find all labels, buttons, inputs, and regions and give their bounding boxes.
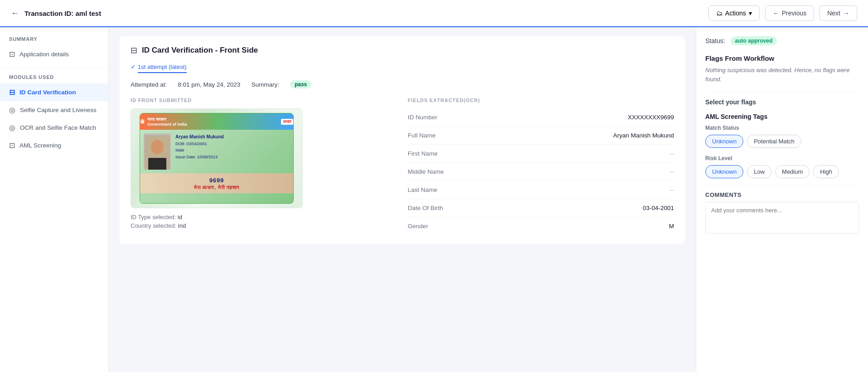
back-icon[interactable]: ← [11,9,19,18]
topbar-left: ← Transaction ID: aml test [11,9,101,18]
sidebar-label-id-card: ID Card Verification [19,89,76,96]
id-gender: Male [175,147,224,153]
aml-title: AML Screening Tags [705,113,859,120]
content-inner: ⊟ ID Card Verification - Front Side ✓1st… [109,27,696,260]
sidebar-item-application-details[interactable]: ⊡ Application details [0,45,108,63]
field-label: First Name [408,150,438,157]
sidebar-label-selfie: Selfie Capture and Liveness [20,107,97,113]
sidebar-item-id-card-verification[interactable]: ⊟ ID Card Verification [0,83,108,101]
summary-section-label: SUMMARY [0,36,108,45]
field-label: Date Of Birth [408,205,443,211]
sidebar: SUMMARY ⊡ Application details MODULES US… [0,27,109,372]
field-value: XXXXXXXX9699 [628,114,674,121]
country-value: ind [178,222,186,229]
right-panel: Status: auto approved Flags From Workflo… [696,27,868,372]
id-type-value: id [178,214,182,220]
match-tag-potential-match[interactable]: Potential Match [747,135,801,148]
table-row: Date Of Birth03-04-2001 [408,199,674,217]
sidebar-label-aml: AML Screening [19,142,61,149]
attempted-at-value: 8:01 pm, May 24, 2023 [178,81,240,88]
table-row: First Name-- [408,145,674,163]
match-status-label: Match Status [705,125,859,131]
svg-point-1 [151,140,164,154]
aml-icon: ⊡ [9,141,15,150]
field-value: Aryan Manish Mukund [613,132,674,139]
gov-hindi: भारत सरकार [147,117,187,122]
sidebar-item-aml-screening[interactable]: ⊡ AML Screening [0,137,108,154]
two-col-layout: ID FRONT SUBMITTED 🏛 भारत सरकार Governme… [131,98,674,235]
id-card-visual: 🏛 भारत सरकार Government of India आधार [140,113,294,204]
id-image: 🏛 भारत सरकार Government of India आधार [131,108,303,208]
risk-level-label: Risk Level [705,155,859,162]
sidebar-item-ocr-selfie[interactable]: ◎ OCR and Selfie Face Match [0,119,108,137]
meta-row: Attempted at: 8:01 pm, May 24, 2023 Summ… [131,80,674,88]
card-header: ⊟ ID Card Verification - Front Side [131,45,674,55]
sidebar-label-ocr: OCR and Selfie Face Match [20,124,96,131]
sidebar-item-selfie-capture[interactable]: ◎ Selfie Capture and Liveness [0,101,108,119]
id-image-block: ID FRONT SUBMITTED 🏛 भारत सरकार Governme… [131,98,397,235]
attempt-tab[interactable]: ✓1st attempt (latest) [131,62,674,80]
table-row: Full NameAryan Manish Mukund [408,127,674,145]
id-card-icon: ⊟ [9,88,15,97]
main-layout: SUMMARY ⊡ Application details MODULES US… [0,27,868,372]
id-name: Aryan Manish Mukund [175,133,224,141]
select-flags-title: Select your flags [705,98,859,106]
country-label: Country selected: [131,222,176,229]
id-slogan: मेरा आधार, मेरी पहचान [144,185,290,191]
next-label: Next [827,10,840,17]
actions-folder-icon: 🗂 [716,10,723,17]
risk-tag-low[interactable]: Low [747,165,771,178]
table-row: GenderM [408,217,674,235]
attempt-label[interactable]: 1st attempt (latest) [138,62,187,73]
id-bottom: 9699 मेरा आधार, मेरी पहचान [140,173,293,193]
summary-badge: pass [290,80,311,88]
field-label: Gender [408,223,428,230]
check-icon: ✓ [131,63,136,70]
id-dob: DOB: 03/04/2001 [175,141,224,147]
table-row: Last Name-- [408,181,674,199]
fields-list: ID NumberXXXXXXXX9699Full NameAryan Mani… [408,108,674,235]
country-row: Country selected: ind [131,222,397,229]
field-value: 03-04-2001 [643,205,674,211]
field-value: -- [670,150,674,157]
risk-tags-row: UnknownLowMediumHigh [705,165,859,178]
field-label: Last Name [408,186,437,193]
id-card-top: 🏛 भारत सरकार Government of India आधार [140,113,293,130]
card-title: ID Card Verification - Front Side [142,46,258,55]
table-row: ID NumberXXXXXXXX9699 [408,108,674,127]
gov-en: Government of India [147,122,187,127]
previous-button[interactable]: ← Previous [765,5,814,21]
next-button[interactable]: Next → [820,5,857,21]
comments-label: COMMENTS [705,191,859,198]
actions-label: Actions [725,10,746,17]
topbar-right: 🗂 Actions ▾ ← Previous Next → [708,5,857,21]
svg-rect-2 [148,158,166,170]
status-row: Status: auto approved [705,36,859,45]
topbar: ← Transaction ID: aml test 🗂 Actions ▾ ←… [0,0,868,27]
status-label: Status: [705,37,725,44]
id-type-label: ID Type selected: [131,214,176,220]
content-area: ⊟ ID Card Verification - Front Side ✓1st… [109,27,696,372]
selfie-icon: ◎ [9,106,15,114]
emblem-icon: 🏛 [140,119,145,124]
fields-label: FIELDS EXTRACTED(OCR) [408,98,674,103]
risk-tag-medium[interactable]: Medium [775,165,810,178]
id-info: Aryan Manish Mukund DOB: 03/04/2001 Male… [175,133,224,170]
field-value: -- [670,168,674,175]
application-details-icon: ⊡ [9,50,15,59]
match-tags-row: UnknownPotential Match [705,135,859,148]
summary-label: Summary: [251,81,279,88]
page-title: Transaction ID: aml test [24,10,101,17]
id-card-verification-card: ⊟ ID Card Verification - Front Side ✓1st… [120,36,685,244]
risk-tag-high[interactable]: High [813,165,839,178]
id-issue-date: Issue Date: 10/08/2013 [175,154,224,160]
match-tag-unknown[interactable]: Unknown [705,135,743,148]
comments-input[interactable] [705,202,859,234]
actions-button[interactable]: 🗂 Actions ▾ [708,5,760,21]
sidebar-label-application-details: Application details [19,51,69,58]
aadhar-logo: आधार [281,119,293,125]
risk-tag-unknown[interactable]: Unknown [705,165,743,178]
field-value: -- [670,186,674,193]
prev-arrow-icon: ← [773,10,779,17]
modules-section-label: MODULES USED [0,74,108,83]
